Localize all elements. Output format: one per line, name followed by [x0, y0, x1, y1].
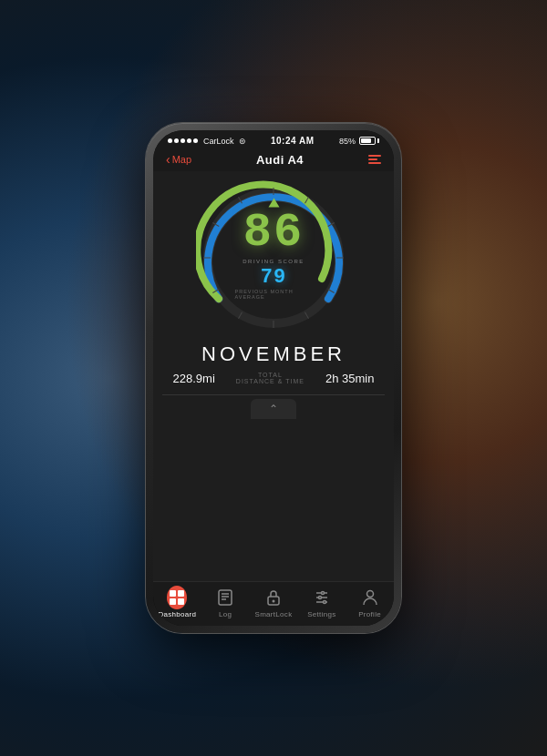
time-stat: 2h 35min: [325, 372, 374, 385]
tab-dashboard[interactable]: Dashboard: [153, 587, 201, 618]
gauge-center: 86 DRIVING SCORE 79 PREVIOUS MONTH AVERA…: [235, 199, 313, 300]
menu-button[interactable]: [368, 155, 381, 164]
main-content: 86 DRIVING SCORE 79 PREVIOUS MONTH AVERA…: [153, 171, 394, 581]
svg-point-25: [321, 592, 324, 595]
tab-settings-label: Settings: [307, 610, 335, 618]
menu-icon-line3: [368, 162, 381, 164]
log-svg-icon: [216, 588, 234, 607]
menu-icon: [368, 155, 381, 157]
back-button[interactable]: ‹ Map: [166, 152, 191, 167]
prev-score-value: 79: [261, 268, 286, 288]
tab-log[interactable]: Log: [201, 587, 250, 618]
profile-svg-icon: [361, 588, 379, 607]
tab-log-label: Log: [219, 610, 232, 618]
tab-profile-label: Profile: [358, 610, 381, 618]
status-bar: CarLock ⊜ 10:24 AM 85%: [153, 130, 394, 148]
svg-rect-13: [170, 590, 176, 597]
battery-area: 85%: [339, 137, 379, 146]
expand-chevron-icon: ⌃: [269, 403, 278, 415]
tab-settings[interactable]: Settings: [297, 587, 346, 618]
phone-screen: CarLock ⊜ 10:24 AM 85% ‹: [153, 130, 394, 626]
signal-dot-1: [168, 138, 172, 143]
tab-bar: Dashboard Log: [153, 581, 394, 626]
tab-smartlock-label: SmartLock: [255, 610, 293, 618]
expand-button[interactable]: ⌃: [251, 399, 296, 419]
driving-score-gauge: 86 DRIVING SCORE 79 PREVIOUS MONTH AVERA…: [196, 180, 351, 335]
dashboard-icon: [167, 587, 187, 608]
svg-rect-17: [219, 590, 232, 605]
profile-icon: [360, 587, 380, 608]
tab-dashboard-label: Dashboard: [158, 610, 196, 618]
settings-icon: [312, 587, 332, 608]
battery-percent: 85%: [339, 137, 356, 146]
nav-title: Audi A4: [191, 153, 368, 167]
tab-smartlock[interactable]: SmartLock: [250, 587, 298, 618]
log-icon: [215, 587, 235, 608]
menu-icon-line2: [368, 158, 377, 160]
svg-rect-14: [178, 590, 184, 597]
svg-rect-15: [170, 598, 176, 605]
driving-score-label: DRIVING SCORE: [243, 259, 304, 264]
prev-score-label: PREVIOUS MONTH AVERAGE: [235, 289, 313, 300]
settings-svg-icon: [313, 588, 331, 607]
smartlock-svg-icon: [264, 588, 283, 607]
stats-label: TOTALDISTANCE & TIME: [236, 372, 304, 384]
tab-profile[interactable]: Profile: [346, 587, 394, 618]
signal-dot-4: [187, 138, 191, 143]
driving-score-value: 86: [243, 209, 304, 257]
dashboard-svg-icon: [168, 588, 186, 607]
distance-stat: 228.9mi: [173, 372, 215, 385]
back-label: Map: [172, 154, 191, 165]
signal-dot-5: [193, 138, 198, 143]
month-section: NOVEMBER: [201, 342, 346, 366]
svg-point-32: [366, 591, 373, 598]
stats-row: 228.9mi TOTALDISTANCE & TIME 2h 35min: [162, 372, 385, 385]
svg-rect-16: [178, 598, 184, 605]
signal-dot-2: [174, 138, 179, 143]
battery-icon: [359, 137, 379, 145]
month-name: NOVEMBER: [201, 342, 346, 366]
phone-device: CarLock ⊜ 10:24 AM 85% ‹: [146, 123, 401, 633]
wifi-icon: ⊜: [239, 137, 246, 146]
time-value: 2h 35min: [325, 372, 374, 385]
svg-point-28: [318, 597, 321, 599]
status-time: 10:24 AM: [271, 136, 315, 146]
nav-bar: ‹ Map Audi A4: [153, 148, 394, 171]
signal-dot-3: [181, 138, 185, 143]
svg-point-22: [272, 600, 274, 603]
carrier-label: CarLock: [203, 137, 234, 146]
divider-section: ⌃: [162, 394, 385, 419]
stats-center-label: TOTALDISTANCE & TIME: [236, 372, 304, 385]
phone-bezel: CarLock ⊜ 10:24 AM 85% ‹: [153, 130, 394, 626]
distance-value: 228.9mi: [173, 372, 215, 385]
divider: [162, 394, 385, 395]
back-chevron-icon: ‹: [166, 152, 170, 167]
svg-point-31: [323, 601, 325, 604]
smartlock-icon: [263, 587, 284, 608]
